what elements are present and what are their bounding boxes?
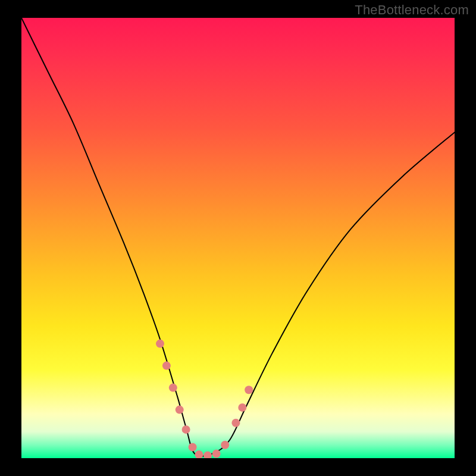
sweet-spot-dot xyxy=(212,450,221,458)
plot-area xyxy=(21,18,455,458)
sweet-spot-dot xyxy=(176,406,184,414)
sweet-spot-dot xyxy=(195,450,203,458)
sweet-spot-dot xyxy=(182,425,190,434)
bottleneck-curve xyxy=(21,18,455,456)
sweet-spot-dot xyxy=(162,362,171,370)
sweet-spot-dot xyxy=(238,403,246,412)
sweet-spot-dot xyxy=(169,384,177,392)
sweet-spot-dot xyxy=(189,443,197,452)
sweet-spot-dot xyxy=(203,452,212,458)
chart-svg xyxy=(21,18,455,458)
chart-frame: TheBottleneck.com xyxy=(0,0,476,476)
watermark-text: TheBottleneck.com xyxy=(355,2,469,18)
sweet-spot-dot xyxy=(245,386,253,394)
sweet-spot-dots xyxy=(156,340,253,458)
sweet-spot-dot xyxy=(156,340,164,348)
sweet-spot-dot xyxy=(221,441,229,449)
sweet-spot-dot xyxy=(231,419,240,427)
